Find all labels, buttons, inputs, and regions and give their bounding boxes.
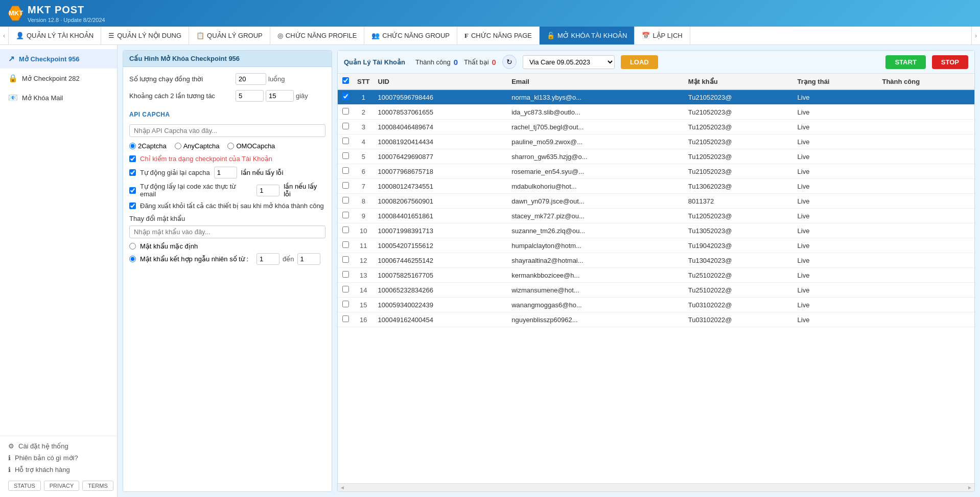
- radio-2captcha[interactable]: 2Captcha: [129, 142, 167, 150]
- nav-label-mo-khoa: MỞ KHÓA TÀI KHOẢN: [557, 32, 627, 39]
- nav-scroll-right[interactable]: ›: [971, 27, 980, 44]
- nav-item-quan-ly-group[interactable]: 📋 QUẢN LÝ GROUP: [189, 27, 270, 44]
- row-checkbox[interactable]: [342, 212, 349, 218]
- row-checkbox[interactable]: [342, 286, 349, 292]
- table-row[interactable]: 4 100081920414434 pauline_mo59.zwox@... …: [338, 134, 974, 149]
- nav-item-chuc-nang-profile[interactable]: ◎ CHỨC NĂNG PROFILE: [270, 27, 365, 44]
- table-row[interactable]: 16 100049162400454 nguyenblisszp60962...…: [338, 312, 974, 327]
- row-uid: 100080124734551: [374, 179, 508, 194]
- load-button[interactable]: LOAD: [621, 55, 658, 69]
- row-status: Live: [794, 134, 878, 149]
- row-password: Tu21052023@: [684, 164, 794, 179]
- row-status: Live: [794, 268, 878, 283]
- row-stt: 16: [353, 312, 374, 327]
- nav-icon-lap-lich: 📅: [642, 32, 650, 39]
- row-stt: 11: [353, 238, 374, 253]
- table-row[interactable]: 10 100071998391713 suzanne_tm26.zlq@ou..…: [338, 223, 974, 238]
- row-checkbox[interactable]: [342, 167, 349, 174]
- row-checkbox[interactable]: [342, 241, 349, 248]
- table-row[interactable]: 5 100076429690877 sharron_gw635.hzjg@o..…: [338, 149, 974, 164]
- checkbox-logout[interactable]: [129, 202, 136, 209]
- sidebar-cai-dat[interactable]: ⚙ Cài đặt hệ thống: [8, 442, 109, 450]
- row-checkbox[interactable]: [342, 197, 349, 204]
- nav-item-chuc-nang-group[interactable]: 👥 CHỨC NĂNG GROUP: [364, 27, 457, 44]
- sidebar-ho-tro[interactable]: ℹ Hỗ trợ khách hàng: [8, 466, 109, 473]
- checkbox-recaptcha-row: Tự động giải lại capcha lần nếu lấy lỗi: [129, 167, 325, 178]
- radio-anycaptcha[interactable]: AnyCaptcha: [175, 142, 220, 150]
- password-input[interactable]: [129, 225, 325, 238]
- sidebar-phien-ban[interactable]: ℹ Phiên bản có gì mới?: [8, 454, 109, 462]
- range-to-input[interactable]: [297, 253, 320, 265]
- start-button[interactable]: START: [885, 55, 925, 69]
- row-uid: 100065232834266: [374, 283, 508, 298]
- radio-2captcha-input[interactable]: [129, 143, 136, 149]
- checkbox-code[interactable]: [129, 187, 136, 194]
- refresh-button[interactable]: ↻: [502, 55, 517, 69]
- nav-item-quan-ly-noi-dung[interactable]: ☰ QUẢN LÝ NỘI DUNG: [101, 27, 189, 44]
- radio-omocaptcha[interactable]: OMOCapcha: [227, 142, 275, 150]
- radio-anycaptcha-input[interactable]: [175, 143, 181, 149]
- row-checkbox[interactable]: [342, 256, 349, 263]
- sidebar-item-mo-checkpoint-956[interactable]: ↗ Mở Checkpoint 956: [0, 49, 117, 69]
- nav-scroll-left[interactable]: ‹: [0, 27, 9, 44]
- pw-radio-default[interactable]: [129, 243, 136, 250]
- api-input[interactable]: [129, 124, 325, 137]
- code-num-input[interactable]: [256, 185, 279, 196]
- table-row[interactable]: 9 100084401651861 stacey_mk727.piz@ou...…: [338, 209, 974, 223]
- nav-item-chuc-nang-page[interactable]: f CHỨC NĂNG PAGE: [457, 27, 540, 44]
- sidebar-item-mo-khoa-mail[interactable]: 📧 Mở Khóa Mail: [0, 88, 117, 107]
- row-checkbox[interactable]: [342, 271, 349, 278]
- table-row[interactable]: 1 100079596798446 norma_kl133.ybys@o... …: [338, 89, 974, 105]
- table-row[interactable]: 14 100065232834266 wizmansumene@hot... T…: [338, 283, 974, 298]
- row-checkbox[interactable]: [342, 138, 349, 144]
- nav-icon-chuc-nang-group: 👥: [371, 32, 380, 39]
- recaptcha-num-input[interactable]: [214, 167, 237, 178]
- row-checkbox[interactable]: [342, 123, 349, 129]
- radio-omocaptcha-input[interactable]: [227, 143, 234, 149]
- table-row[interactable]: 8 100082067560901 dawn_yn079.jsce@out...…: [338, 194, 974, 209]
- range-from-input[interactable]: [256, 253, 279, 265]
- row-checkbox-cell: [338, 238, 353, 253]
- table-row[interactable]: 3 100084046489674 rachel_tj705.begl@out.…: [338, 120, 974, 134]
- checkbox-recaptcha[interactable]: [129, 169, 136, 176]
- row-checkbox[interactable]: [342, 315, 349, 322]
- nav-item-lap-lich[interactable]: 📅 LẬP LỊCH: [635, 27, 690, 44]
- row-checkbox[interactable]: [342, 301, 349, 307]
- table-row[interactable]: 12 100067446255142 shayraaltina2@hotmai.…: [338, 253, 974, 268]
- pw-radio-random[interactable]: [129, 256, 136, 262]
- terms-button[interactable]: TERMS: [82, 481, 113, 491]
- table-panel: Quản Lý Tài Khoản Thành công 0 Thất bại …: [337, 50, 975, 492]
- table-row[interactable]: 11 100054207155612 humpalclayton@hotm...…: [338, 238, 974, 253]
- row-success: [878, 134, 974, 149]
- row-checkbox[interactable]: [342, 93, 349, 100]
- status-button[interactable]: STATUS: [8, 481, 41, 491]
- privacy-button[interactable]: PRIVACY: [44, 481, 79, 491]
- row-checkbox[interactable]: [342, 182, 349, 189]
- nav-item-mo-khoa-tai-khoan[interactable]: 🔓 MỞ KHÓA TÀI KHOẢN: [540, 27, 635, 44]
- interval-input1[interactable]: [236, 90, 264, 102]
- row-checkbox[interactable]: [342, 152, 349, 159]
- concurrent-row: Số lượng chạy đồng thời luồng: [129, 73, 325, 85]
- row-email: wizmansumene@hot...: [507, 283, 684, 298]
- nav-label-lap-lich: LẬP LỊCH: [652, 32, 682, 39]
- select-all-checkbox[interactable]: [342, 77, 349, 84]
- nav-item-quan-ly-tai-khoan[interactable]: 👤 QUẢN LÝ TÀI KHOẢN: [9, 27, 101, 44]
- account-dropdown[interactable]: Via Care 09.05.2023: [523, 55, 615, 69]
- row-checkbox[interactable]: [342, 108, 349, 115]
- interval-input2[interactable]: [266, 90, 294, 102]
- sidebar-item-mo-checkpoint-282[interactable]: 🔒 Mở Checkpoint 282: [0, 69, 117, 88]
- row-checkbox[interactable]: [342, 227, 349, 233]
- table-row[interactable]: 7 100080124734551 mdabulkohoriu@hot... T…: [338, 179, 974, 194]
- stop-button[interactable]: STOP: [932, 55, 968, 69]
- table-row[interactable]: 15 100059340022439 wanangmoggas6@ho... T…: [338, 298, 974, 312]
- table-row[interactable]: 13 100075825167705 kermankbbozicee@h... …: [338, 268, 974, 283]
- table-row[interactable]: 6 100077968675718 rosemarie_en54.syu@...…: [338, 164, 974, 179]
- row-checkbox-cell: [338, 194, 353, 209]
- horizontal-scrollbar[interactable]: ◄ ►: [338, 483, 974, 491]
- concurrent-input[interactable]: [236, 73, 266, 85]
- table-row[interactable]: 2 100078537061655 ida_yc873.slib@outlo..…: [338, 105, 974, 120]
- sidebar-bottom: ⚙ Cài đặt hệ thống ℹ Phiên bản có gì mới…: [0, 436, 117, 497]
- checkbox-checkpoint[interactable]: [129, 155, 136, 162]
- nav-icon-account: 👤: [16, 32, 24, 39]
- table-scroll[interactable]: STT UID Email Mật khẩu Trạng thái Thành …: [338, 74, 974, 483]
